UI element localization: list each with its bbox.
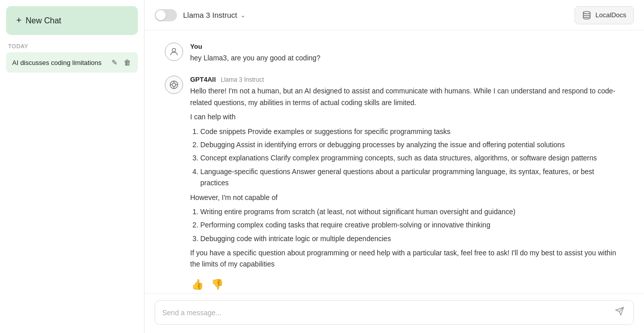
chat-item-actions: ✎ 🗑 (111, 57, 132, 68)
feedback-row: 👍 👎 (190, 277, 624, 291)
svg-point-1 (172, 48, 176, 52)
thumbs-up-icon: 👍 (191, 279, 204, 290)
input-area (145, 293, 644, 333)
ai-sender-name: GPT4All Llama 3 Instruct (190, 76, 624, 83)
svg-point-3 (172, 83, 176, 87)
main-area: Llama 3 Instruct ⌄ LocalDocs (145, 0, 644, 333)
localdocs-icon (582, 11, 591, 20)
edit-icon: ✎ (112, 58, 118, 66)
list-item: Code snippets Provide examples or sugges… (200, 126, 624, 137)
thumbs-down-button[interactable]: 👎 (210, 277, 225, 291)
localdocs-label: LocalDocs (595, 11, 626, 19)
ai-para-2: I can help with (190, 111, 624, 122)
chat-area: You hey Llama3, are you any good at codi… (145, 30, 644, 293)
sidebar: + New Chat TODAY AI discusses coding lim… (0, 0, 145, 333)
cannot-help-list: Writing entire programs from scratch (at… (200, 206, 624, 244)
can-help-list: Code snippets Provide examples or sugges… (200, 126, 624, 189)
list-item: Debugging Assist in identifying errors o… (200, 139, 624, 150)
list-item: Concept explanations Clarify complex pro… (200, 152, 624, 163)
ai-model-tag: Llama 3 Instruct (221, 76, 264, 83)
new-chat-button[interactable]: + New Chat (6, 6, 138, 35)
model-selector[interactable]: Llama 3 Instruct ⌄ (183, 11, 245, 19)
delete-chat-button[interactable]: 🗑 (123, 57, 132, 68)
chat-list-item[interactable]: AI discusses coding limitations ✎ 🗑 (6, 52, 138, 73)
cannot-help-intro: However, I'm not capable of (190, 192, 624, 203)
list-item: Writing entire programs from scratch (at… (200, 206, 624, 217)
ai-para-1: Hello there! I'm not a human, but an AI … (190, 85, 624, 108)
edit-chat-button[interactable]: ✎ (111, 57, 119, 68)
model-name-label: Llama 3 Instruct (183, 11, 237, 19)
ai-message-text: Hello there! I'm not a human, but an AI … (190, 85, 624, 270)
user-message: You hey Llama3, are you any good at codi… (165, 43, 624, 63)
topbar-left: Llama 3 Instruct ⌄ (155, 9, 245, 21)
today-label: TODAY (6, 43, 138, 49)
list-item: Performing complex coding tasks that req… (200, 219, 624, 230)
thumbs-down-icon: 👎 (211, 279, 224, 290)
ai-message: GPT4All Llama 3 Instruct Hello there! I'… (165, 76, 624, 291)
chevron-down-icon: ⌄ (240, 12, 245, 19)
list-item: Debugging code with intricate logic or m… (200, 233, 624, 244)
delete-icon: 🗑 (124, 58, 131, 66)
thumbs-up-button[interactable]: 👍 (190, 277, 205, 291)
list-item: Language-specific questions Answer gener… (200, 166, 624, 189)
toggle-switch[interactable] (155, 9, 177, 21)
localdocs-button[interactable]: LocalDocs (575, 6, 634, 24)
user-sender-name: You (190, 43, 624, 50)
topbar: Llama 3 Instruct ⌄ LocalDocs (145, 0, 644, 30)
plus-icon: + (16, 15, 22, 26)
send-icon (615, 307, 624, 318)
ai-closing: If you have a specific question about pr… (190, 247, 624, 270)
user-message-text: hey Llama3, are you any good at coding? (190, 52, 624, 63)
chat-item-title: AI discusses coding limitations (12, 59, 111, 66)
send-button[interactable] (613, 306, 626, 319)
message-input[interactable] (162, 309, 613, 317)
user-message-content: You hey Llama3, are you any good at codi… (190, 43, 624, 63)
new-chat-label: New Chat (26, 16, 61, 25)
ai-message-content: GPT4All Llama 3 Instruct Hello there! I'… (190, 76, 624, 291)
user-avatar (165, 43, 183, 61)
ai-avatar (165, 76, 183, 94)
svg-point-0 (584, 11, 591, 14)
input-box (155, 300, 634, 325)
